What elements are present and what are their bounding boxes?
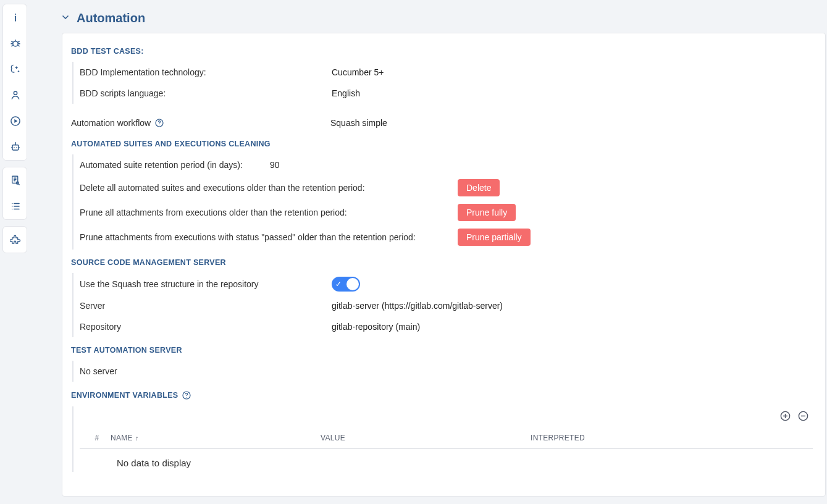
workflow-value[interactable]: Squash simple: [330, 118, 387, 128]
search-doc-icon: [10, 175, 21, 186]
table-head: # NAME↑ VALUE INTERPRETED: [80, 427, 813, 449]
svg-point-6: [14, 147, 15, 148]
bdd-lang-label: BDD scripts language:: [80, 88, 332, 98]
server-row: Server gitlab-server (https://gitlab.com…: [80, 295, 813, 316]
collapse-toggle[interactable]: [61, 12, 70, 24]
prune-full-label: Prune all attachments from executions ol…: [80, 208, 458, 217]
col-num-text: #: [95, 434, 99, 442]
col-value[interactable]: VALUE: [321, 434, 531, 442]
tas-block: No server: [72, 361, 813, 382]
sparkle-brain-icon: [9, 63, 22, 75]
no-server-row: No server: [80, 361, 813, 382]
chevron-down-icon: [61, 12, 70, 22]
svg-point-20: [187, 397, 187, 398]
cleaning-heading: AUTOMATED SUITES AND EXECUTIONS CLEANING: [71, 140, 813, 148]
retention-row: Automated suite retention period (in day…: [80, 154, 813, 175]
use-tree-toggle[interactable]: ✓: [332, 277, 360, 292]
nav-automation[interactable]: [3, 134, 27, 160]
prune-partial-label: Prune attachments from executions with s…: [80, 232, 458, 242]
delete-row: Delete all automated suites and executio…: [80, 175, 813, 200]
puzzle-icon: [10, 234, 21, 245]
env-help[interactable]: [182, 390, 191, 400]
nav-bugs[interactable]: [3, 30, 27, 56]
bdd-impl-row: BDD Implementation technology: Cucumber …: [80, 62, 813, 83]
info-icon: [9, 11, 22, 23]
bdd-impl-value[interactable]: Cucumber 5+: [332, 67, 384, 77]
user-icon: [9, 89, 22, 101]
nav-group-second: [2, 167, 27, 220]
retention-value[interactable]: 90: [270, 160, 280, 170]
page-title: Automation: [77, 11, 145, 25]
tas-heading: TEST AUTOMATION SERVER: [71, 346, 813, 355]
table-actions: [80, 410, 813, 424]
help-icon: [154, 118, 164, 128]
repo-row: Repository gitlab-repository (main): [80, 316, 813, 337]
nav-plugin[interactable]: [3, 227, 27, 253]
repo-label: Repository: [80, 322, 332, 332]
nav-ai[interactable]: [3, 56, 27, 82]
retention-label: Automated suite retention period (in day…: [80, 160, 266, 170]
workflow-label: Automation workflow: [71, 118, 330, 128]
svg-point-13: [12, 206, 13, 207]
scm-heading: SOURCE CODE MANAGEMENT SERVER: [71, 258, 813, 267]
nav-list[interactable]: [3, 193, 27, 219]
robot-icon: [9, 141, 22, 153]
svg-point-15: [12, 209, 13, 210]
nav-user[interactable]: [3, 82, 27, 108]
nav-search-doc[interactable]: [3, 167, 27, 193]
svg-point-3: [14, 91, 17, 94]
bdd-heading: BDD TEST CASES:: [71, 47, 813, 56]
use-tree-label: Use the Squash tree structure in the rep…: [80, 279, 332, 289]
nav-group-main: [2, 4, 27, 161]
prune-partial-row: Prune attachments from executions with s…: [80, 225, 813, 250]
list-icon: [10, 201, 21, 212]
bug-icon: [9, 37, 22, 49]
server-value[interactable]: gitlab-server (https://gitlab.com/gitlab…: [332, 301, 503, 311]
workflow-label-text: Automation workflow: [71, 118, 151, 128]
nav-play[interactable]: [3, 108, 27, 134]
col-num[interactable]: #: [83, 434, 111, 442]
title-row: Automation: [61, 11, 827, 25]
bdd-lang-row: BDD scripts language: English: [80, 83, 813, 104]
delete-button[interactable]: Delete: [458, 179, 500, 196]
nav-group-third: [2, 226, 27, 253]
server-label: Server: [80, 301, 332, 311]
svg-rect-5: [12, 145, 19, 150]
remove-row-button[interactable]: [797, 410, 809, 424]
col-name-text: NAME: [111, 434, 133, 442]
col-interpreted[interactable]: INTERPRETED: [531, 434, 809, 442]
svg-point-2: [13, 41, 18, 46]
minus-circle-icon: [797, 410, 809, 422]
bdd-lang-value[interactable]: English: [332, 88, 360, 98]
play-circle-icon: [9, 115, 22, 127]
workflow-help[interactable]: [154, 118, 164, 128]
svg-point-18: [159, 125, 160, 125]
sort-asc-icon: ↑: [135, 434, 139, 442]
plus-circle-icon: [779, 410, 791, 422]
cleaning-block: Automated suite retention period (in day…: [72, 154, 813, 250]
env-table: # NAME↑ VALUE INTERPRETED No data to dis…: [72, 406, 813, 472]
main: Automation BDD TEST CASES: BDD Implement…: [27, 0, 827, 504]
env-heading: ENVIRONMENT VARIABLES: [71, 390, 813, 400]
col-name[interactable]: NAME↑: [111, 434, 321, 442]
prune-full-row: Prune all attachments from executions ol…: [80, 200, 813, 225]
sidebar: [0, 0, 27, 504]
col-value-text: VALUE: [321, 434, 345, 442]
svg-point-0: [15, 14, 16, 15]
add-row-button[interactable]: [779, 410, 791, 424]
bdd-impl-label: BDD Implementation technology:: [80, 67, 332, 77]
scm-block: Use the Squash tree structure in the rep…: [72, 273, 813, 337]
env-heading-text: ENVIRONMENT VARIABLES: [71, 391, 178, 400]
no-server-text[interactable]: No server: [80, 366, 117, 376]
delete-label: Delete all automated suites and executio…: [80, 183, 458, 193]
bdd-block: BDD Implementation technology: Cucumber …: [72, 62, 813, 104]
prune-fully-button[interactable]: Prune fully: [458, 204, 516, 221]
col-interpreted-text: INTERPRETED: [531, 434, 585, 442]
table-empty: No data to display: [80, 449, 813, 472]
svg-point-8: [15, 142, 16, 143]
nav-info[interactable]: [3, 4, 27, 30]
prune-partially-button[interactable]: Prune partially: [458, 229, 531, 246]
svg-point-11: [12, 203, 13, 204]
repo-value[interactable]: gitlab-repository (main): [332, 322, 420, 332]
help-icon: [182, 390, 191, 400]
